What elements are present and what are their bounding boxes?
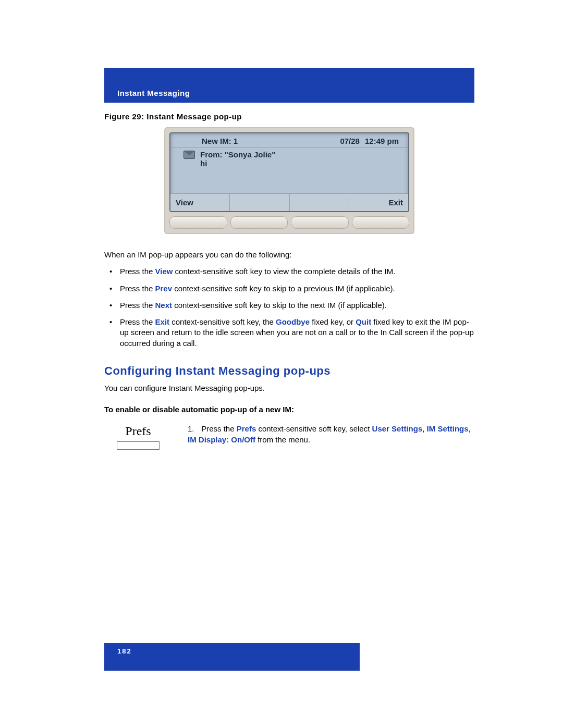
screen-body: From: "Sonya Jolie" hi (170, 148, 408, 193)
keyword-user-settings: User Settings (372, 424, 423, 433)
prefs-label: Prefs (104, 424, 172, 438)
bullet-item: Press the Exit context-sensitive soft ke… (120, 317, 474, 349)
keyword-quit: Quit (356, 317, 371, 326)
phys-button-1[interactable] (169, 216, 227, 229)
section-heading: Configuring Instant Messaging pop-ups (104, 364, 474, 378)
keyword-goodbye: Goodbye (276, 317, 310, 326)
softkey-view[interactable]: View (170, 194, 230, 211)
step-1-text: 1. Press the Prefs context-sensitive sof… (188, 423, 474, 445)
bullet-item: Press the View context-sensitive soft ke… (120, 266, 474, 277)
physical-buttons-row (169, 216, 409, 229)
keyword-view: View (155, 267, 173, 276)
step-number: 1. (188, 423, 199, 434)
header-bar: Instant Messaging (104, 68, 474, 103)
screen-date: 07/28 (340, 137, 360, 145)
phys-button-3[interactable] (291, 216, 349, 229)
bullet-item: Press the Prev context-sensitive soft ke… (120, 283, 474, 294)
bullet-text: Press the (120, 284, 155, 293)
page-number: 182 (117, 647, 132, 655)
prefs-key-shape (117, 441, 160, 450)
softkey-blank-1 (230, 194, 289, 211)
new-im-label: New IM: 1 (202, 137, 238, 145)
phone-figure: New IM: 1 07/28 12:49 pm From: "Sonya Jo… (164, 127, 414, 234)
message-line: hi (183, 159, 399, 168)
step-row: Prefs 1. Press the Prefs context-sensiti… (104, 423, 474, 450)
bullet-text: Press the (120, 301, 155, 310)
prefs-softkey-illustration: Prefs (104, 423, 172, 450)
enable-disable-heading: To enable or disable automatic pop-up of… (104, 405, 474, 414)
intro-text: When an IM pop-up appears you can do the… (104, 250, 474, 260)
bullet-list: Press the View context-sensitive soft ke… (104, 266, 474, 349)
softkey-exit[interactable]: Exit (349, 194, 408, 211)
softkey-row: View Exit (170, 193, 408, 211)
phone-screen: New IM: 1 07/28 12:49 pm From: "Sonya Jo… (169, 132, 409, 212)
phys-button-4[interactable] (352, 216, 410, 229)
mail-icon (183, 151, 195, 159)
keyword-im-settings: IM Settings (427, 424, 469, 433)
bullet-text: fixed key, or (310, 317, 356, 326)
header-section-title: Instant Messaging (117, 89, 190, 97)
figure-caption: Figure 29: Instant Message pop-up (104, 112, 474, 121)
keyword-im-display: IM Display: On/Off (188, 435, 255, 444)
screen-header-row: New IM: 1 07/28 12:49 pm (170, 133, 408, 148)
section-intro: You can configure Instant Messaging pop-… (104, 383, 474, 393)
bullet-text: context-sensitive soft key to skip to a … (172, 284, 395, 293)
step-text-part: Press the (201, 424, 237, 433)
keyword-next: Next (155, 301, 173, 310)
bullet-item: Press the Next context-sensitive soft ke… (120, 300, 474, 311)
keyword-prefs: Prefs (237, 424, 256, 433)
screen-time: 12:49 pm (365, 137, 399, 145)
keyword-prev: Prev (155, 284, 173, 293)
step-text-part: , (422, 424, 426, 433)
step-text-part: , (469, 424, 471, 433)
phys-button-2[interactable] (230, 216, 288, 229)
bullet-text: context-sensitive soft key to skip to th… (172, 301, 387, 310)
bullet-text: context-sensitive soft key to view the c… (173, 267, 395, 276)
footer-bar: 182 (104, 643, 360, 671)
bullet-text: context-sensitive soft key, the (169, 317, 276, 326)
keyword-exit: Exit (155, 317, 170, 326)
bullet-text: Press the (120, 267, 155, 276)
softkey-blank-2 (290, 194, 349, 211)
step-text-part: from the menu. (255, 435, 310, 444)
bullet-text: Press the (120, 317, 155, 326)
from-line: From: "Sonya Jolie" (200, 150, 275, 159)
step-text-part: context-sensitive soft key, select (256, 424, 372, 433)
